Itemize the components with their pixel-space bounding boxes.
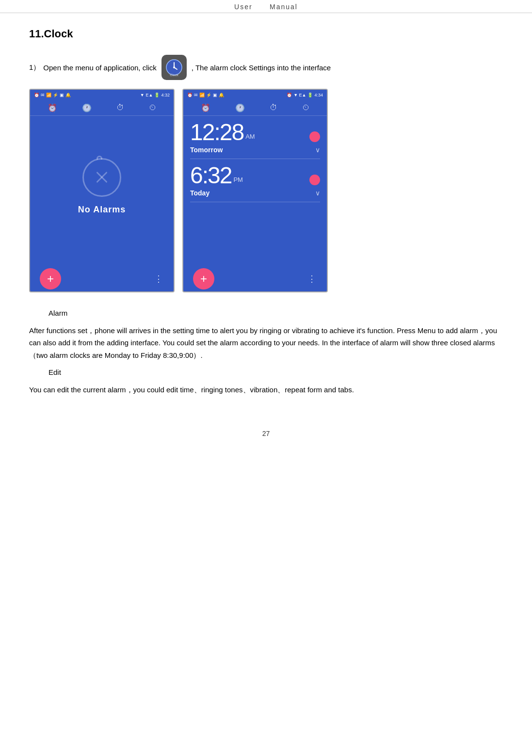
more-menu-left[interactable]: ⋮ xyxy=(154,273,164,284)
body-para2: You can edit the current alarm，you could… xyxy=(29,384,503,396)
screen-alarm-list: ⏰ ✉ 📶 ⚡ ▣ 🔔 ⏰ ▼ E▲ 🔋 4:34 ⏰ 🕐 ⏱ xyxy=(182,89,328,292)
status-bar-right: ⏰ ✉ 📶 ⚡ ▣ 🔔 ⏰ ▼ E▲ 🔋 4:34 xyxy=(183,90,327,100)
page-header: User Manual xyxy=(0,0,532,13)
alarm1-time-row: 12:28 AM xyxy=(190,121,320,144)
icon-misc2: 🔔 xyxy=(65,93,71,97)
alarm2-chevron: ∨ xyxy=(315,189,320,197)
icon-misc: ▣ xyxy=(60,93,64,97)
status-right-icons: ▼ E▲ 🔋 4:32 xyxy=(140,93,170,97)
step-text-after: , The alarm clock Settings into the inte… xyxy=(192,64,331,72)
step1-line: 1） Open the menu of application, click C… xyxy=(29,55,503,80)
alarm1-time: 12:28 xyxy=(190,121,243,144)
tab-timer-r[interactable]: ⏱ xyxy=(270,103,277,113)
alarm1-chevron: ∨ xyxy=(315,146,320,154)
no-alarms-body: No Alarms xyxy=(30,116,174,257)
body-heading-edit: Edit xyxy=(48,366,503,379)
step-number: 1） xyxy=(29,63,40,72)
alarm1-toggle[interactable] xyxy=(309,131,320,142)
clock-app-icon: Clock xyxy=(161,55,187,80)
tab-clock-r[interactable]: 🕐 xyxy=(235,103,245,113)
screen-no-alarms: ⏰ ✉ 📶 ⚡ ▣ 🔔 ▼ E▲ 🔋 4:32 ⏰ 🕐 ⏱ xyxy=(29,89,175,292)
battery-icon-r: 🔋 xyxy=(307,93,313,97)
tab-alarm[interactable]: ⏰ xyxy=(48,103,57,113)
alarm2-ampm: PM xyxy=(233,176,243,183)
alarm-list-body: 12:28 AM Tomorrow ∨ 6:32 PM xyxy=(183,116,327,212)
icon-msg-r: ✉ xyxy=(194,93,198,97)
wifi-icon-r: ⏰ xyxy=(287,93,292,97)
alarm2-label-row[interactable]: Today ∨ xyxy=(190,189,320,202)
step-text-before: Open the menu of application, click xyxy=(43,64,156,72)
more-menu-right[interactable]: ⋮ xyxy=(307,273,317,284)
body-text: Alarm After functions set，phone will arr… xyxy=(29,307,503,396)
alarm1-label-row[interactable]: Tomorrow ∨ xyxy=(190,146,320,159)
bell-top xyxy=(97,156,102,160)
alarm2-label: Today xyxy=(190,189,210,197)
bottom-bar-left: + ⋮ xyxy=(30,266,174,291)
icon-alarm: ⏰ xyxy=(34,93,39,97)
signal-icon-r: ▼ E▲ xyxy=(293,93,306,97)
no-alarm-icon xyxy=(82,158,121,197)
alarm2-toggle[interactable] xyxy=(309,175,320,185)
status-right-left-icons: ⏰ ✉ 📶 ⚡ ▣ 🔔 xyxy=(187,93,224,97)
alarm-heading-text: Alarm xyxy=(48,309,67,317)
icon-signal-r: 📶 xyxy=(199,93,205,97)
alarm2-time-row: 6:32 PM xyxy=(190,164,320,187)
signal-icon: E▲ xyxy=(146,93,153,97)
tab-clock[interactable]: 🕐 xyxy=(82,103,92,113)
alarm2-time-container: 6:32 PM xyxy=(190,164,243,187)
alarm2-time: 6:32 xyxy=(190,164,231,187)
time-display-right: 4:34 xyxy=(314,93,323,97)
body-para1: After functions set，phone will arrives i… xyxy=(29,324,503,362)
icon-misc-r: ▣ xyxy=(213,93,217,97)
tab-stopwatch[interactable]: ⏲ xyxy=(149,103,157,113)
tab-alarm-r[interactable]: ⏰ xyxy=(201,103,210,113)
icon-signal1: 📶 xyxy=(46,93,51,97)
header-left: User xyxy=(234,3,253,11)
header-right: Manual xyxy=(270,3,298,11)
page-number: 27 xyxy=(0,420,532,442)
alarm1-ampm: AM xyxy=(245,133,255,140)
icon-misc2-r: 🔔 xyxy=(219,93,224,97)
icon-usb-r: ⚡ xyxy=(206,93,211,97)
edit-heading-text: Edit xyxy=(48,368,61,376)
section-title: 11.Clock xyxy=(29,28,503,40)
status-bar-left: ⏰ ✉ 📶 ⚡ ▣ 🔔 ▼ E▲ 🔋 4:32 xyxy=(30,90,174,100)
alarm-tabs-left: ⏰ 🕐 ⏱ ⏲ xyxy=(30,100,174,116)
icon-alarm-r: ⏰ xyxy=(187,93,193,97)
icon-usb: ⚡ xyxy=(53,93,58,97)
time-display-left: 4:32 xyxy=(161,93,170,97)
battery-icon: 🔋 xyxy=(154,93,160,97)
body-heading-alarm: Alarm xyxy=(48,307,503,320)
wifi-icon: ▼ xyxy=(140,93,145,97)
add-alarm-fab-left[interactable]: + xyxy=(40,268,61,290)
status-left-icons: ⏰ ✉ 📶 ⚡ ▣ 🔔 xyxy=(34,93,71,97)
status-right-right-icons: ⏰ ▼ E▲ 🔋 4:34 xyxy=(287,93,323,97)
add-alarm-fab-right[interactable]: + xyxy=(193,268,214,290)
alarm1-label: Tomorrow xyxy=(190,146,223,154)
svg-text:Clock: Clock xyxy=(170,73,178,77)
screenshots-row: ⏰ ✉ 📶 ⚡ ▣ 🔔 ▼ E▲ 🔋 4:32 ⏰ 🕐 ⏱ xyxy=(29,89,503,292)
alarm-tabs-right: ⏰ 🕐 ⏱ ⏲ xyxy=(183,100,327,116)
icon-msg: ✉ xyxy=(41,93,45,97)
tab-stopwatch-r[interactable]: ⏲ xyxy=(302,103,310,113)
bottom-bar-right: + ⋮ xyxy=(183,266,327,291)
alarm1-time-container: 12:28 AM xyxy=(190,121,255,144)
tab-timer[interactable]: ⏱ xyxy=(116,103,124,113)
svg-point-4 xyxy=(173,66,175,68)
no-alarms-text: No Alarms xyxy=(78,205,126,215)
